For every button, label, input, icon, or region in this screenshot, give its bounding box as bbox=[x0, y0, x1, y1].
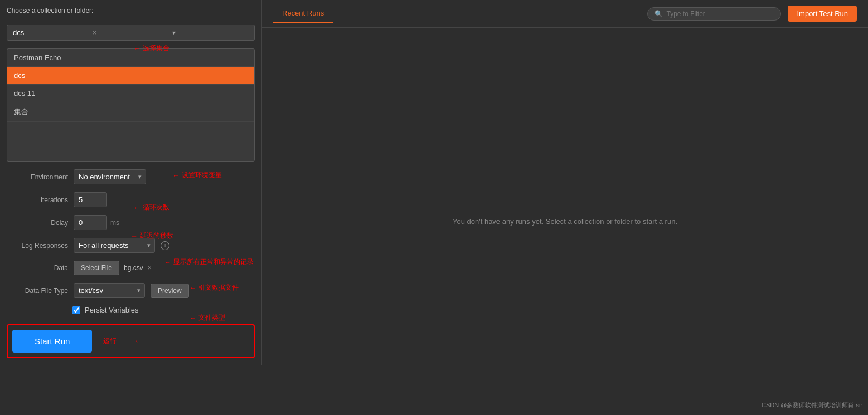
persist-variables-checkbox[interactable] bbox=[72, 306, 80, 314]
panel-title: Choose a collection or folder: bbox=[7, 7, 255, 14]
import-test-run-button[interactable]: Import Test Run bbox=[788, 6, 857, 22]
tab-recent-runs[interactable]: Recent Runs bbox=[273, 4, 333, 23]
search-icon: 🔍 bbox=[654, 10, 663, 18]
right-panel: Recent Runs 🔍 Import Test Run You don't … bbox=[262, 0, 868, 415]
collection-selector[interactable]: dcs × ▾ bbox=[7, 25, 255, 41]
collection-item-postman-echo[interactable]: Postman Echo bbox=[7, 49, 254, 67]
left-panel: Choose a collection or folder: dcs × ▾ P… bbox=[0, 0, 262, 365]
collection-item-dcs[interactable]: dcs bbox=[7, 67, 254, 85]
environment-select[interactable]: No environment bbox=[74, 169, 146, 184]
iterations-row: Iterations bbox=[7, 192, 255, 207]
data-file-type-row: Data File Type text/csv application/json… bbox=[7, 283, 255, 298]
data-row: Data Select File bg.csv × bbox=[7, 261, 255, 275]
persist-variables-row: Persist Variables bbox=[72, 306, 255, 314]
collection-item-dcs11[interactable]: dcs 11 bbox=[7, 85, 254, 102]
log-responses-row: Log Responses For all requests For faile… bbox=[7, 238, 255, 253]
collection-clear-icon[interactable]: × bbox=[93, 29, 169, 37]
collection-item-集合[interactable]: 集合 bbox=[7, 102, 254, 122]
environment-select-wrapper: No environment ▾ bbox=[74, 169, 146, 184]
collection-empty-area bbox=[7, 122, 254, 161]
log-responses-select[interactable]: For all requests For failed requests Non… bbox=[74, 238, 155, 253]
delay-label: Delay bbox=[7, 219, 68, 227]
start-run-button[interactable]: Start Run bbox=[12, 330, 92, 353]
right-header: Recent Runs 🔍 Import Test Run bbox=[262, 0, 868, 28]
tabs-row: Recent Runs bbox=[273, 4, 333, 23]
right-toolbar: 🔍 Import Test Run bbox=[647, 6, 857, 22]
search-box: 🔍 bbox=[647, 7, 781, 21]
data-file-type-label: Data File Type bbox=[7, 287, 68, 295]
delay-unit: ms bbox=[110, 219, 119, 227]
empty-runs-message: You don't have any runs yet. Select a co… bbox=[453, 217, 677, 226]
data-file-type-select[interactable]: text/csv application/json bbox=[74, 283, 145, 298]
start-run-section: Start Run 运行 ← bbox=[7, 324, 255, 358]
log-responses-select-wrapper: For all requests For failed requests Non… bbox=[74, 238, 155, 253]
run-annotation: 运行 bbox=[103, 336, 117, 346]
environment-row: Environment No environment ▾ bbox=[7, 169, 255, 184]
select-file-button[interactable]: Select File bbox=[74, 261, 119, 275]
right-content: You don't have any runs yet. Select a co… bbox=[262, 28, 868, 415]
collection-chevron-icon[interactable]: ▾ bbox=[172, 29, 249, 37]
log-responses-label: Log Responses bbox=[7, 242, 68, 250]
search-input[interactable] bbox=[666, 10, 774, 18]
iterations-label: Iterations bbox=[7, 196, 68, 204]
preview-button[interactable]: Preview bbox=[151, 284, 189, 298]
environment-label: Environment bbox=[7, 173, 68, 181]
iterations-input[interactable] bbox=[74, 192, 107, 207]
persist-variables-label: Persist Variables bbox=[85, 306, 139, 314]
data-file-clear-icon[interactable]: × bbox=[148, 264, 152, 272]
data-label: Data bbox=[7, 264, 68, 272]
data-file-row: Select File bg.csv × bbox=[74, 261, 152, 275]
collection-value: dcs bbox=[13, 28, 89, 37]
log-responses-info-icon[interactable]: i bbox=[161, 241, 169, 250]
delay-row: Delay ms bbox=[7, 215, 255, 230]
collection-list: Postman Echo dcs dcs 11 集合 bbox=[7, 48, 255, 162]
data-file-name: bg.csv bbox=[124, 264, 143, 272]
run-arrow: ← bbox=[133, 335, 143, 347]
delay-input[interactable] bbox=[74, 215, 107, 230]
data-file-type-select-wrapper: text/csv application/json ▾ bbox=[74, 283, 145, 298]
